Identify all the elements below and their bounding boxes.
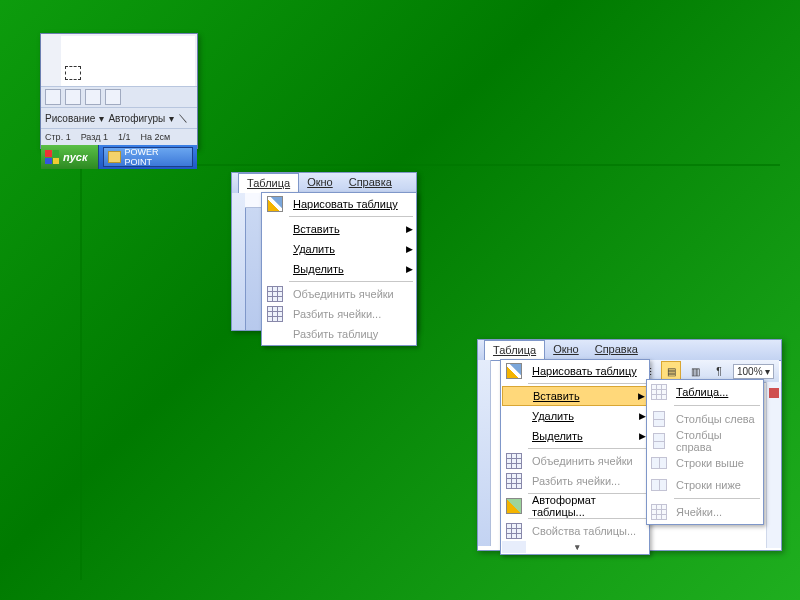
view-button[interactable]	[105, 89, 121, 105]
autoformat-icon	[506, 498, 522, 514]
show-marks-button[interactable]: ¶	[709, 361, 729, 381]
status-page: Стр. 1	[45, 132, 71, 142]
highlight-icon[interactable]: ▤	[661, 361, 681, 381]
view-button[interactable]	[85, 89, 101, 105]
menu-window[interactable]: Окно	[545, 340, 587, 360]
submenu-rows-below: Строки ниже	[648, 474, 762, 496]
windows-taskbar: пуск POWER POINT	[41, 145, 197, 169]
start-button[interactable]: пуск	[41, 145, 99, 169]
table-dropdown: Нарисовать таблицу Вставить ▶ Удалить ▶ …	[500, 359, 650, 555]
menu-bar: Таблица Окно Справка	[232, 173, 416, 194]
submenu-cells: Ячейки...	[648, 501, 762, 523]
split-icon	[506, 473, 522, 489]
menu-bar: Таблица Окно Справка	[478, 340, 781, 361]
menuitem-split-cells: Разбить ячейки...	[263, 304, 415, 324]
status-at: На 2см	[140, 132, 170, 142]
screenshot-table-menu: Таблица Окно Справка Нарисовать таблицу …	[231, 172, 417, 331]
merge-icon	[267, 286, 283, 302]
line-tool-icon[interactable]: ＼	[178, 111, 188, 125]
menu-help[interactable]: Справка	[587, 340, 646, 360]
submenu-cols-left: Столбцы слева	[648, 408, 762, 430]
menuitem-properties: Свойства таблицы...	[502, 521, 648, 541]
menuitem-delete[interactable]: Удалить ▶	[263, 239, 415, 259]
selection-handles	[65, 66, 81, 80]
submenu-arrow-icon: ▶	[403, 224, 415, 234]
menuitem-merge-cells: Объединить ячейки	[263, 284, 415, 304]
taskbar-app-button[interactable]: POWER POINT	[103, 147, 193, 167]
menuitem-insert[interactable]: Вставить ▶	[263, 219, 415, 239]
menuitem-insert[interactable]: Вставить ▶	[502, 386, 648, 406]
pencil-icon	[506, 363, 522, 379]
start-label: пуск	[63, 151, 88, 163]
menuitem-delete[interactable]: Удалить ▶	[502, 406, 648, 426]
status-section: Разд 1	[81, 132, 108, 142]
pencil-icon	[267, 196, 283, 212]
menuitem-draw-table[interactable]: Нарисовать таблицу	[263, 194, 415, 214]
submenu-rows-above: Строки выше	[648, 452, 762, 474]
menuitem-autoformat[interactable]: Автоформат таблицы...	[502, 496, 648, 516]
table-dropdown: Нарисовать таблицу Вставить ▶ Удалить ▶ …	[261, 192, 417, 346]
autoshapes-label[interactable]: Автофигуры	[108, 113, 165, 124]
menuitem-select[interactable]: Выделить ▶	[263, 259, 415, 279]
doc-map-icon[interactable]: ▥	[685, 361, 705, 381]
row-below-icon	[651, 479, 667, 491]
merge-icon	[506, 453, 522, 469]
left-toolstrip	[478, 360, 491, 546]
table-icon	[651, 384, 667, 400]
drawing-label[interactable]: Рисование	[45, 113, 95, 124]
screenshot-word-bottom-strip: Рисование ▾ Автофигуры ▾ ＼ Стр. 1 Разд 1…	[40, 33, 198, 149]
status-bar: Стр. 1 Разд 1 1/1 На 2см	[41, 128, 197, 145]
windows-logo-icon	[45, 150, 59, 164]
split-icon	[267, 306, 283, 322]
submenu-cols-right: Столбцы справа	[648, 430, 762, 452]
screenshot-table-insert-submenu: Таблица Окно Справка ☰ ▤ ▥ ¶ 100% ▾ Нари…	[477, 339, 782, 551]
chevron-down-icon: ▾	[765, 366, 770, 377]
menu-help[interactable]: Справка	[341, 173, 400, 193]
submenu-insert-table[interactable]: Таблица...	[648, 381, 762, 403]
column-right-icon	[653, 433, 665, 449]
document-area	[43, 36, 195, 86]
menuitem-split-cells: Разбить ячейки...	[502, 471, 648, 491]
drawing-toolbar: Рисование ▾ Автофигуры ▾ ＼	[41, 107, 197, 128]
submenu-arrow-icon: ▶	[403, 244, 415, 254]
menu-table[interactable]: Таблица	[484, 340, 545, 360]
submenu-arrow-icon: ▶	[403, 264, 415, 274]
menuitem-split-table: Разбить таблицу	[263, 324, 415, 344]
menuitem-select[interactable]: Выделить ▶	[502, 426, 648, 446]
cells-icon	[651, 504, 667, 520]
view-button[interactable]	[65, 89, 81, 105]
view-buttons-row	[41, 86, 197, 107]
taskbar-app-label: POWER POINT	[124, 147, 188, 167]
expand-menu-chevron[interactable]	[502, 541, 648, 553]
left-toolstrip	[232, 193, 246, 330]
right-rail	[766, 382, 781, 548]
status-pagecount: 1/1	[118, 132, 131, 142]
column-left-icon	[653, 411, 665, 427]
close-pane-icon[interactable]	[769, 388, 779, 398]
view-button[interactable]	[45, 89, 61, 105]
menuitem-draw-table[interactable]: Нарисовать таблицу	[502, 361, 648, 381]
insert-submenu: Таблица... Столбцы слева Столбцы справа …	[646, 379, 764, 525]
folder-icon	[108, 151, 122, 163]
row-above-icon	[651, 457, 667, 469]
zoom-combo[interactable]: 100% ▾	[733, 364, 774, 379]
menuitem-merge-cells: Объединить ячейки	[502, 451, 648, 471]
table-icon	[506, 523, 522, 539]
menu-window[interactable]: Окно	[299, 173, 341, 193]
menu-table[interactable]: Таблица	[238, 173, 299, 193]
zoom-value: 100%	[737, 366, 763, 377]
